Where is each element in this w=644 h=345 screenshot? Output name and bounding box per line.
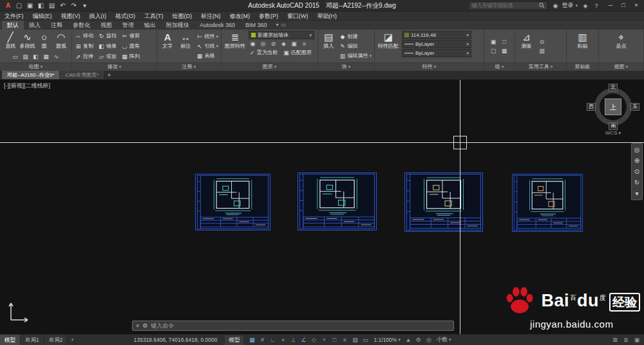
- dynamic-input-icon[interactable]: ⌖: [278, 335, 287, 345]
- match-properties-button[interactable]: ◪特性匹配: [377, 31, 399, 61]
- object-snap-icon[interactable]: □: [330, 335, 339, 345]
- drawing-sheet-3[interactable]: [404, 172, 483, 233]
- polyline-button[interactable]: ∿多段线: [19, 31, 35, 49]
- search-box[interactable]: [469, 1, 547, 10]
- create-block-button[interactable]: ◆创建: [339, 32, 372, 41]
- group-select-icon[interactable]: ▦: [500, 47, 509, 55]
- ungroup-icon[interactable]: □: [500, 38, 509, 46]
- ribbon-tab-注释[interactable]: 注释: [46, 21, 68, 30]
- ribbon-tab-Autodesk 360[interactable]: Autodesk 360: [194, 21, 240, 30]
- ribbon-minimize-icon[interactable]: ▾: [276, 21, 279, 30]
- boundary-icon[interactable]: ▦: [42, 53, 50, 61]
- clean-screen-icon[interactable]: ▣: [632, 335, 641, 345]
- command-line[interactable]: × ⚙ 键入命令: [132, 321, 454, 331]
- panel-label-draw[interactable]: 绘图: [0, 62, 71, 71]
- lineweight-dropdown[interactable]: ByLayer ▾: [402, 40, 471, 48]
- menu-item-8[interactable]: 修改(M): [225, 12, 255, 21]
- autocad-app-icon[interactable]: A: [3, 0, 13, 11]
- close-button[interactable]: ×: [630, 0, 643, 11]
- grid-icon[interactable]: ▦: [247, 335, 256, 345]
- quick-calc-icon[interactable]: ▥: [538, 47, 546, 55]
- insert-button[interactable]: ▤插入: [321, 31, 336, 61]
- layer-on-icon[interactable]: ◉: [249, 40, 257, 48]
- search-icon[interactable]: [539, 3, 545, 8]
- annotation-visibility-icon[interactable]: ▲: [404, 335, 413, 345]
- edit-block-button[interactable]: ✎编辑: [339, 42, 372, 51]
- menu-item-1[interactable]: 编辑(E): [28, 12, 57, 21]
- layer-isolate-icon[interactable]: ▣: [290, 40, 298, 48]
- minimize-button[interactable]: ─: [604, 0, 617, 11]
- layer-freeze-icon[interactable]: ◎: [259, 40, 267, 48]
- menu-item-4[interactable]: 格式(O): [111, 12, 140, 21]
- ribbon-tab-管理[interactable]: 管理: [117, 21, 139, 30]
- menu-item-11[interactable]: 帮助(H): [313, 12, 342, 21]
- group-icon[interactable]: ▣: [489, 38, 498, 46]
- help-icon[interactable]: ?: [592, 3, 601, 9]
- base-point-button[interactable]: ⌖基点: [612, 31, 630, 61]
- menu-item-3[interactable]: 插入(I): [85, 12, 111, 21]
- selection-cycling-icon[interactable]: ▭: [361, 335, 370, 345]
- ribbon-tab-附加模块[interactable]: 附加模块: [161, 21, 194, 30]
- ribbon-tab-视图[interactable]: 视图: [95, 21, 117, 30]
- panel-label-clipboard[interactable]: 剪贴板: [567, 62, 598, 71]
- layout-tab-布局2[interactable]: 布局2: [44, 335, 68, 345]
- new-file-icon[interactable]: ▢: [14, 0, 24, 11]
- menu-item-2[interactable]: 视图(V): [57, 12, 85, 21]
- object-color-dropdown[interactable]: 114,116,48 ▾: [402, 31, 471, 39]
- ribbon-display-icon[interactable]: ▭: [281, 21, 287, 30]
- polar-tracking-icon[interactable]: ∠: [299, 335, 308, 345]
- isodraft-icon[interactable]: ◇: [309, 335, 318, 345]
- layer-states-icon[interactable]: ≡: [300, 40, 308, 48]
- object-snap-tracking-icon[interactable]: +: [319, 335, 328, 345]
- hatch-icon[interactable]: ▨: [21, 53, 30, 61]
- dimension-button[interactable]: ↔标注: [178, 31, 193, 61]
- menu-item-10[interactable]: 窗口(W): [283, 12, 313, 21]
- ribbon-tab-BIM 360[interactable]: BIM 360: [240, 21, 272, 30]
- panel-label-modify[interactable]: 修改: [72, 62, 156, 71]
- rotate-button[interactable]: ↻旋转: [98, 31, 117, 41]
- ribbon-tab-默认[interactable]: 默认: [2, 21, 24, 30]
- rectangle-icon[interactable]: ▭: [11, 53, 19, 61]
- arc-button[interactable]: ◠圆弧: [53, 31, 69, 49]
- layer-properties-button[interactable]: ≣图层特性: [224, 31, 246, 61]
- set-current-button[interactable]: ✓置为当前: [249, 48, 278, 57]
- drawing-canvas[interactable]: [-][俯视][二维线框] 上 北 南 西 东 WCS ◎⊕⊙↻▾: [0, 80, 644, 334]
- drawing-sheet-1[interactable]: [195, 174, 270, 232]
- ortho-icon[interactable]: ⊥: [289, 335, 298, 345]
- group-edit-icon[interactable]: ▢: [489, 47, 498, 55]
- linetype-dropdown[interactable]: ByLayer ▾: [402, 49, 471, 57]
- snap-icon[interactable]: #: [258, 335, 267, 345]
- transparency-icon[interactable]: ▨: [350, 335, 359, 345]
- revision-cloud-icon[interactable]: ∿: [52, 53, 61, 61]
- ribbon-tab-参数化[interactable]: 参数化: [68, 21, 95, 30]
- infer-constraints-icon[interactable]: ∟: [268, 335, 277, 345]
- ribbon-tab-输出[interactable]: 输出: [139, 21, 161, 30]
- stretch-button[interactable]: ⇗拉伸: [75, 51, 93, 61]
- menu-item-0[interactable]: 文件(F): [0, 12, 28, 21]
- annotation-monitor-icon[interactable]: ◎: [424, 335, 433, 345]
- customization-icon[interactable]: ≣: [621, 335, 630, 345]
- viewcube-north[interactable]: 北: [609, 84, 618, 91]
- open-file-icon[interactable]: ▣: [25, 0, 35, 11]
- search-input[interactable]: [471, 3, 539, 8]
- gradient-icon[interactable]: ◧: [32, 53, 40, 61]
- command-prompt[interactable]: 键入命令: [151, 322, 174, 330]
- navbar-more-icon[interactable]: ▾: [635, 189, 638, 198]
- workspace-switching-icon[interactable]: ⚙: [414, 335, 423, 345]
- new-drawing-button[interactable]: +: [104, 71, 113, 79]
- panel-label-view[interactable]: 视图: [599, 62, 643, 71]
- viewcube-top-face[interactable]: 上: [605, 98, 621, 115]
- annotation-scale[interactable]: 1:1/100% ▾: [374, 337, 400, 343]
- communication-center-icon[interactable]: ◈: [581, 3, 590, 9]
- orbit-icon[interactable]: ↻: [634, 178, 639, 187]
- move-button[interactable]: ⇔移动: [75, 31, 93, 41]
- layout-tab-模型[interactable]: 模型: [0, 335, 21, 345]
- menu-item-6[interactable]: 绘图(D): [168, 12, 197, 21]
- document-tab[interactable]: CAD常用图库*: [60, 71, 104, 79]
- panel-label-groups[interactable]: 组: [484, 62, 515, 71]
- layer-dropdown[interactable]: 新建原始墙体 ▾: [249, 31, 314, 39]
- viewcube-west[interactable]: 西: [587, 103, 596, 111]
- drawing-sheet-2[interactable]: [298, 172, 377, 232]
- mirror-button[interactable]: ◧镜像: [98, 41, 117, 51]
- panel-label-properties[interactable]: 特性: [375, 62, 484, 71]
